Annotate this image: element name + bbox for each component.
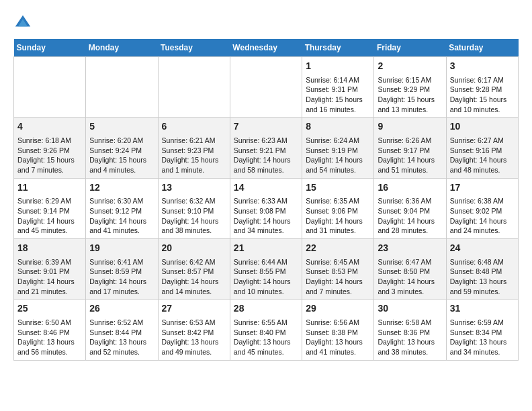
day-details: Sunrise: 6:33 AM Sunset: 9:08 PM Dayligh… xyxy=(234,196,298,236)
calendar-cell: 8Sunrise: 6:24 AM Sunset: 9:19 PM Daylig… xyxy=(302,118,374,178)
day-details: Sunrise: 6:45 AM Sunset: 8:53 PM Dayligh… xyxy=(306,257,370,297)
day-details: Sunrise: 6:39 AM Sunset: 9:01 PM Dayligh… xyxy=(17,257,82,297)
day-details: Sunrise: 6:50 AM Sunset: 8:46 PM Dayligh… xyxy=(17,318,82,357)
calendar-cell: 25Sunrise: 6:50 AM Sunset: 8:46 PM Dayli… xyxy=(14,300,86,360)
weekday-wednesday: Wednesday xyxy=(230,39,302,57)
calendar-cell: 3Sunrise: 6:17 AM Sunset: 9:28 PM Daylig… xyxy=(446,57,518,118)
calendar-cell: 31Sunrise: 6:59 AM Sunset: 8:34 PM Dayli… xyxy=(446,300,518,360)
calendar-cell: 6Sunrise: 6:21 AM Sunset: 9:23 PM Daylig… xyxy=(158,118,230,178)
day-number: 10 xyxy=(450,120,515,134)
calendar-cell: 20Sunrise: 6:42 AM Sunset: 8:57 PM Dayli… xyxy=(158,239,230,300)
calendar-cell: 29Sunrise: 6:56 AM Sunset: 8:38 PM Dayli… xyxy=(302,300,374,360)
day-number: 23 xyxy=(378,242,442,255)
week-row-1: 4Sunrise: 6:18 AM Sunset: 9:26 PM Daylig… xyxy=(14,118,519,178)
calendar-table: SundayMondayTuesdayWednesdayThursdayFrid… xyxy=(13,39,519,361)
weekday-sunday: Sunday xyxy=(14,39,86,57)
day-number: 27 xyxy=(162,302,226,316)
day-number: 26 xyxy=(89,302,154,316)
weekday-friday: Friday xyxy=(374,39,446,57)
day-details: Sunrise: 6:58 AM Sunset: 8:36 PM Dayligh… xyxy=(378,318,442,357)
calendar-cell: 1Sunrise: 6:14 AM Sunset: 9:31 PM Daylig… xyxy=(302,57,374,118)
day-details: Sunrise: 6:55 AM Sunset: 8:40 PM Dayligh… xyxy=(234,318,298,357)
day-number: 21 xyxy=(234,242,298,255)
calendar-cell: 14Sunrise: 6:33 AM Sunset: 9:08 PM Dayli… xyxy=(230,178,302,238)
calendar-cell xyxy=(158,57,230,118)
day-number: 20 xyxy=(162,242,226,255)
weekday-tuesday: Tuesday xyxy=(158,39,230,57)
day-number: 1 xyxy=(306,60,370,73)
calendar-cell: 7Sunrise: 6:23 AM Sunset: 9:21 PM Daylig… xyxy=(230,118,302,178)
day-details: Sunrise: 6:47 AM Sunset: 8:50 PM Dayligh… xyxy=(378,257,442,297)
day-number: 15 xyxy=(306,181,370,195)
day-number: 11 xyxy=(17,181,82,195)
calendar-cell: 10Sunrise: 6:27 AM Sunset: 9:16 PM Dayli… xyxy=(446,118,518,178)
day-number: 17 xyxy=(450,181,515,195)
day-number: 18 xyxy=(17,242,82,255)
weekday-thursday: Thursday xyxy=(302,39,374,57)
calendar-cell: 27Sunrise: 6:53 AM Sunset: 8:42 PM Dayli… xyxy=(158,300,230,360)
day-details: Sunrise: 6:21 AM Sunset: 9:23 PM Dayligh… xyxy=(162,136,226,175)
day-details: Sunrise: 6:53 AM Sunset: 8:42 PM Dayligh… xyxy=(162,318,226,357)
week-row-3: 18Sunrise: 6:39 AM Sunset: 9:01 PM Dayli… xyxy=(14,239,519,300)
weekday-header-row: SundayMondayTuesdayWednesdayThursdayFrid… xyxy=(14,39,519,57)
page-header xyxy=(13,13,519,32)
day-details: Sunrise: 6:59 AM Sunset: 8:34 PM Dayligh… xyxy=(450,318,515,357)
day-details: Sunrise: 6:38 AM Sunset: 9:02 PM Dayligh… xyxy=(450,196,515,236)
calendar-cell: 15Sunrise: 6:35 AM Sunset: 9:06 PM Dayli… xyxy=(302,178,374,238)
day-details: Sunrise: 6:18 AM Sunset: 9:26 PM Dayligh… xyxy=(17,136,82,175)
calendar-cell: 26Sunrise: 6:52 AM Sunset: 8:44 PM Dayli… xyxy=(86,300,158,360)
day-details: Sunrise: 6:14 AM Sunset: 9:31 PM Dayligh… xyxy=(306,75,370,115)
day-details: Sunrise: 6:20 AM Sunset: 9:24 PM Dayligh… xyxy=(89,136,154,175)
day-number: 7 xyxy=(234,120,298,134)
day-details: Sunrise: 6:42 AM Sunset: 8:57 PM Dayligh… xyxy=(162,257,226,297)
day-details: Sunrise: 6:41 AM Sunset: 8:59 PM Dayligh… xyxy=(89,257,154,297)
logo xyxy=(13,13,35,32)
calendar-cell: 30Sunrise: 6:58 AM Sunset: 8:36 PM Dayli… xyxy=(374,300,446,360)
day-number: 4 xyxy=(17,120,82,134)
day-number: 16 xyxy=(378,181,442,195)
calendar-cell: 13Sunrise: 6:32 AM Sunset: 9:10 PM Dayli… xyxy=(158,178,230,238)
day-number: 2 xyxy=(378,60,442,73)
week-row-0: 1Sunrise: 6:14 AM Sunset: 9:31 PM Daylig… xyxy=(14,57,519,118)
day-number: 31 xyxy=(450,302,515,316)
weekday-monday: Monday xyxy=(86,39,158,57)
calendar-cell: 2Sunrise: 6:15 AM Sunset: 9:29 PM Daylig… xyxy=(374,57,446,118)
calendar-cell: 23Sunrise: 6:47 AM Sunset: 8:50 PM Dayli… xyxy=(374,239,446,300)
calendar-cell: 11Sunrise: 6:29 AM Sunset: 9:14 PM Dayli… xyxy=(14,178,86,238)
day-details: Sunrise: 6:35 AM Sunset: 9:06 PM Dayligh… xyxy=(306,196,370,236)
day-number: 12 xyxy=(89,181,154,195)
day-details: Sunrise: 6:17 AM Sunset: 9:28 PM Dayligh… xyxy=(450,75,515,115)
day-number: 30 xyxy=(378,302,442,316)
day-number: 19 xyxy=(89,242,154,255)
day-details: Sunrise: 6:24 AM Sunset: 9:19 PM Dayligh… xyxy=(306,136,370,175)
day-details: Sunrise: 6:29 AM Sunset: 9:14 PM Dayligh… xyxy=(17,196,82,236)
calendar-cell: 5Sunrise: 6:20 AM Sunset: 9:24 PM Daylig… xyxy=(86,118,158,178)
calendar-cell: 12Sunrise: 6:30 AM Sunset: 9:12 PM Dayli… xyxy=(86,178,158,238)
calendar-cell: 17Sunrise: 6:38 AM Sunset: 9:02 PM Dayli… xyxy=(446,178,518,238)
day-number: 13 xyxy=(162,181,226,195)
day-number: 22 xyxy=(306,242,370,255)
calendar-cell: 19Sunrise: 6:41 AM Sunset: 8:59 PM Dayli… xyxy=(86,239,158,300)
day-number: 25 xyxy=(17,302,82,316)
calendar-cell: 22Sunrise: 6:45 AM Sunset: 8:53 PM Dayli… xyxy=(302,239,374,300)
calendar-cell: 16Sunrise: 6:36 AM Sunset: 9:04 PM Dayli… xyxy=(374,178,446,238)
day-details: Sunrise: 6:56 AM Sunset: 8:38 PM Dayligh… xyxy=(306,318,370,357)
day-details: Sunrise: 6:36 AM Sunset: 9:04 PM Dayligh… xyxy=(378,196,442,236)
week-row-4: 25Sunrise: 6:50 AM Sunset: 8:46 PM Dayli… xyxy=(14,300,519,360)
logo-icon xyxy=(13,13,32,32)
day-details: Sunrise: 6:30 AM Sunset: 9:12 PM Dayligh… xyxy=(89,196,154,236)
day-number: 28 xyxy=(234,302,298,316)
day-details: Sunrise: 6:26 AM Sunset: 9:17 PM Dayligh… xyxy=(378,136,442,175)
calendar-cell xyxy=(14,57,86,118)
week-row-2: 11Sunrise: 6:29 AM Sunset: 9:14 PM Dayli… xyxy=(14,178,519,238)
day-number: 24 xyxy=(450,242,515,255)
day-details: Sunrise: 6:27 AM Sunset: 9:16 PM Dayligh… xyxy=(450,136,515,175)
day-details: Sunrise: 6:32 AM Sunset: 9:10 PM Dayligh… xyxy=(162,196,226,236)
calendar-cell xyxy=(230,57,302,118)
day-number: 5 xyxy=(89,120,154,134)
day-details: Sunrise: 6:23 AM Sunset: 9:21 PM Dayligh… xyxy=(234,136,298,175)
day-details: Sunrise: 6:52 AM Sunset: 8:44 PM Dayligh… xyxy=(89,318,154,357)
day-details: Sunrise: 6:15 AM Sunset: 9:29 PM Dayligh… xyxy=(378,75,442,115)
calendar-cell: 18Sunrise: 6:39 AM Sunset: 9:01 PM Dayli… xyxy=(14,239,86,300)
calendar-cell xyxy=(86,57,158,118)
